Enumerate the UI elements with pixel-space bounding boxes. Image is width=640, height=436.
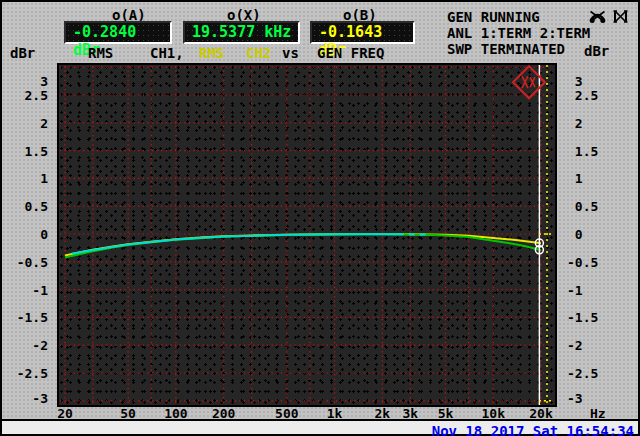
- x-axis-unit: Hz: [590, 406, 606, 421]
- y-tick-left: 1.5: [2, 144, 48, 159]
- y-tick-right: -1.5: [567, 310, 598, 325]
- y-tick-left: -2: [2, 338, 48, 353]
- y-unit-left: dBr: [10, 45, 35, 61]
- y-tick-left: -1: [2, 283, 48, 298]
- ch1-mode: RMS: [88, 45, 113, 61]
- y-tick-right: -2: [567, 338, 583, 353]
- x-tick: 10k: [481, 406, 504, 421]
- vs-label: vs: [282, 45, 299, 61]
- trace-overlap: [72, 234, 398, 254]
- y-tick-left: -0.5: [2, 255, 48, 270]
- x-tick: 2k: [375, 406, 391, 421]
- x-tick: 20k: [529, 406, 552, 421]
- y-tick-right: 0.5: [567, 199, 598, 214]
- frequency-response-plot[interactable]: [57, 63, 557, 407]
- y-tick-left: -2.5: [2, 366, 48, 381]
- main-panel: o(A) o(X) o(B) -0.2840 dBr 19.5377 kHz -…: [2, 2, 638, 421]
- status-generator: GEN RUNNING: [447, 9, 540, 25]
- trace-ch1: [65, 234, 541, 257]
- y-tick-right: 2.5: [567, 88, 598, 103]
- x-tick: 20: [57, 406, 73, 421]
- y-tick-left: 0.5: [2, 199, 48, 214]
- y-tick-right: -3: [567, 391, 583, 406]
- x-tick: 500: [275, 406, 298, 421]
- y-tick-right: 2: [567, 116, 583, 131]
- y-tick-right: 1: [567, 171, 583, 186]
- y-tick-right: 3: [567, 74, 583, 89]
- y-tick-right: -1: [567, 283, 583, 298]
- ch2-name: CH2: [246, 45, 271, 61]
- readout-b-value: -0.1643 dBr: [310, 21, 415, 44]
- datetime-bar: Nov 18 2017 Sat 16:54:34: [2, 421, 638, 434]
- y-tick-left: 2: [2, 116, 48, 131]
- x-tick: 200: [212, 406, 235, 421]
- phone-offline-icon: [588, 8, 607, 25]
- y-tick-left: -1.5: [2, 310, 48, 325]
- x-tick: 3k: [402, 406, 418, 421]
- trace-overlap-dashed: [398, 234, 430, 235]
- y-tick-left: 2.5: [2, 88, 48, 103]
- y-tick-left: 0: [2, 227, 48, 242]
- sweep-abort-marker: [513, 66, 545, 98]
- y-tick-left: 1: [2, 171, 48, 186]
- readout-x-value: 19.5377 kHz: [183, 21, 300, 44]
- y-tick-right: -2.5: [567, 366, 598, 381]
- ch2-mode: RMS: [199, 45, 224, 61]
- readout-a-value: -0.2840 dBr: [64, 21, 172, 44]
- x-tick: 50: [120, 406, 136, 421]
- ch1-name: CH1,: [150, 45, 184, 61]
- sweep-abort-glyph: [522, 76, 535, 88]
- datetime-text: Nov 18 2017 Sat 16:54:34: [432, 423, 638, 436]
- y-tick-right: -0.5: [567, 255, 598, 270]
- y-tick-right: 1.5: [567, 144, 598, 159]
- audio-analyzer-screen: o(A) o(X) o(B) -0.2840 dBr 19.5377 kHz -…: [0, 0, 640, 436]
- status-analyzer: ANL 1:TERM 2:TERM: [447, 25, 590, 41]
- x-tick: 1k: [327, 406, 343, 421]
- y-unit-right: dBr: [584, 43, 609, 59]
- speaker-muted-icon: [612, 8, 629, 25]
- y-tick-left: -3: [2, 391, 48, 406]
- x-tick: 5k: [438, 406, 454, 421]
- y-tick-right: 0: [567, 227, 583, 242]
- status-sweep: SWP TERMINATED: [447, 41, 565, 57]
- x-tick: 100: [164, 406, 187, 421]
- x-source: GEN FREQ: [317, 45, 384, 61]
- y-tick-left: 3: [2, 74, 48, 89]
